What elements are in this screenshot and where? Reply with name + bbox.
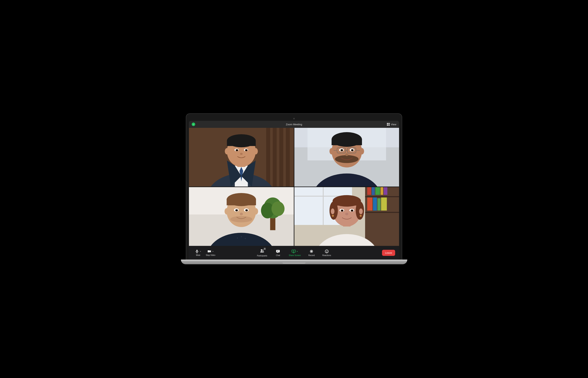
share-screen-button[interactable]: ▲ Share Screen bbox=[287, 248, 302, 257]
svg-point-72 bbox=[225, 208, 229, 215]
video-cell-1 bbox=[189, 128, 294, 187]
microphone-icon bbox=[195, 249, 199, 253]
participants-label: Participants bbox=[257, 255, 267, 257]
svg-point-64 bbox=[230, 216, 252, 222]
stop-video-label: Stop Video bbox=[206, 254, 215, 256]
mute-button[interactable]: ▲ Mute bbox=[193, 249, 203, 257]
video-cell-3 bbox=[189, 187, 294, 246]
svg-point-108 bbox=[359, 208, 363, 214]
toolbar: ▲ Mute ▲ Stop Video bbox=[189, 246, 399, 260]
svg-point-40 bbox=[342, 150, 343, 151]
record-label: Record bbox=[308, 254, 315, 256]
svg-point-99 bbox=[359, 215, 362, 217]
title-bar-left: ✓ bbox=[192, 122, 195, 126]
chat-icon bbox=[276, 249, 280, 254]
camera-icon bbox=[207, 249, 211, 253]
screen-bezel: ✓ Zoom Meeting View bbox=[186, 114, 402, 260]
svg-rect-63 bbox=[227, 199, 256, 205]
participants-button[interactable]: 4 Participants bbox=[255, 248, 269, 258]
svg-point-71 bbox=[240, 213, 243, 215]
reactions-label: Reactions bbox=[322, 254, 331, 256]
svg-point-26 bbox=[254, 148, 258, 154]
title-bar: ✓ Zoom Meeting View bbox=[189, 121, 399, 128]
svg-rect-3 bbox=[388, 124, 390, 126]
share-screen-label: Share Screen bbox=[289, 254, 301, 256]
laptop-base bbox=[181, 260, 407, 264]
svg-point-126 bbox=[325, 250, 328, 253]
svg-point-49 bbox=[360, 148, 364, 154]
svg-rect-6 bbox=[279, 128, 283, 187]
svg-rect-34 bbox=[331, 139, 362, 145]
svg-point-23 bbox=[246, 150, 247, 151]
svg-rect-84 bbox=[375, 187, 380, 195]
svg-marker-123 bbox=[293, 250, 294, 252]
svg-rect-7 bbox=[286, 128, 290, 187]
svg-rect-86 bbox=[384, 187, 387, 195]
meeting-title: Zoom Meeting bbox=[286, 123, 302, 126]
svg-rect-2 bbox=[387, 124, 388, 126]
video-cell-2 bbox=[294, 128, 399, 187]
svg-rect-85 bbox=[380, 187, 383, 195]
stop-video-button[interactable]: ▲ Stop Video bbox=[204, 249, 217, 257]
view-icon bbox=[387, 123, 390, 126]
video-cell-4-active bbox=[294, 187, 399, 246]
svg-rect-83 bbox=[372, 187, 375, 195]
svg-point-25 bbox=[225, 148, 229, 154]
svg-rect-88 bbox=[373, 198, 377, 211]
security-shield-icon: ✓ bbox=[192, 122, 195, 126]
reactions-button[interactable]: Reactions bbox=[321, 248, 332, 257]
chat-button[interactable]: Chat bbox=[273, 248, 283, 257]
svg-point-57 bbox=[237, 237, 238, 238]
laptop-base-shine bbox=[181, 260, 407, 261]
svg-rect-116 bbox=[276, 250, 280, 252]
svg-point-128 bbox=[327, 251, 328, 251]
svg-point-98 bbox=[332, 215, 334, 217]
svg-rect-17 bbox=[227, 141, 256, 146]
svg-point-24 bbox=[240, 153, 243, 155]
svg-rect-82 bbox=[367, 187, 371, 195]
svg-point-107 bbox=[331, 208, 334, 214]
reactions-icon bbox=[325, 249, 329, 254]
mute-arrow[interactable]: ▲ bbox=[200, 250, 201, 252]
svg-rect-0 bbox=[387, 123, 388, 124]
laptop-container: ✓ Zoom Meeting View bbox=[186, 114, 402, 264]
participants-count: 4 bbox=[264, 248, 266, 250]
svg-marker-112 bbox=[208, 250, 210, 252]
svg-point-106 bbox=[345, 213, 348, 215]
toolbar-left-group: ▲ Mute ▲ Stop Video bbox=[193, 249, 217, 257]
svg-point-41 bbox=[352, 150, 353, 151]
svg-marker-117 bbox=[277, 252, 278, 253]
svg-point-69 bbox=[236, 210, 237, 211]
share-screen-arrow[interactable]: ▲ bbox=[296, 250, 298, 252]
mute-label: Mute bbox=[196, 254, 200, 256]
zoom-window: ✓ Zoom Meeting View bbox=[189, 121, 399, 260]
camera-bar bbox=[189, 117, 399, 121]
svg-point-48 bbox=[330, 148, 334, 154]
svg-rect-80 bbox=[365, 196, 399, 197]
toolbar-right-group: Leave bbox=[382, 250, 395, 256]
svg-rect-5 bbox=[273, 128, 277, 187]
svg-point-125 bbox=[311, 251, 312, 252]
svg-point-59 bbox=[245, 238, 246, 239]
svg-rect-87 bbox=[367, 198, 373, 211]
svg-rect-1 bbox=[388, 123, 390, 124]
svg-rect-109 bbox=[197, 250, 198, 252]
svg-point-35 bbox=[335, 155, 359, 163]
record-button[interactable]: Record bbox=[306, 248, 317, 257]
svg-point-73 bbox=[254, 208, 258, 215]
toolbar-center-group: 4 Participants Chat bbox=[255, 248, 333, 258]
svg-rect-8 bbox=[266, 128, 270, 187]
svg-rect-89 bbox=[377, 198, 380, 211]
svg-point-22 bbox=[237, 150, 238, 151]
svg-point-127 bbox=[326, 251, 327, 251]
video-arrow[interactable]: ▲ bbox=[212, 250, 214, 252]
svg-point-47 bbox=[345, 153, 348, 156]
video-grid bbox=[189, 128, 399, 246]
svg-rect-78 bbox=[365, 187, 399, 246]
leave-button[interactable]: Leave bbox=[382, 250, 395, 256]
svg-point-115 bbox=[262, 250, 264, 251]
record-icon bbox=[309, 249, 314, 254]
laptop-notch bbox=[282, 262, 306, 264]
view-button[interactable]: View bbox=[387, 123, 396, 126]
svg-point-114 bbox=[261, 249, 262, 251]
